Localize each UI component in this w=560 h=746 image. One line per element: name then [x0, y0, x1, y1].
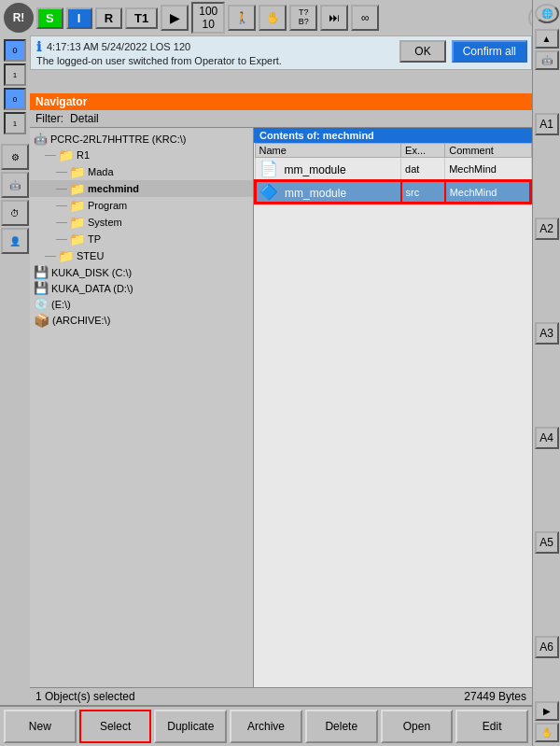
indicator-3: 0 [4, 88, 26, 110]
dash-icon-mechmind: — [56, 182, 67, 195]
contents-header: Contents of: mechmind [254, 128, 532, 143]
indicator-1: 0 [4, 39, 26, 62]
info-timestamp: 4:17:13 AM 5/24/2022 LOS 120 [47, 41, 190, 52]
info-bar: ℹ 4:17:13 AM 5/24/2022 LOS 120 The logge… [30, 35, 532, 70]
folder-icon-steu: 📁 [58, 248, 74, 263]
globe-side-icon[interactable]: 🌐 [535, 4, 559, 23]
folder-icon-mada: 📁 [69, 164, 85, 179]
delete-button[interactable]: Delete [305, 710, 378, 743]
tree-item-pcrc[interactable]: 🤖 PCRC-2RL7HHTTRE (KRC:\) [30, 132, 253, 147]
tree-item-system[interactable]: — 📁 System [30, 214, 253, 231]
btn-i[interactable]: I [66, 7, 92, 29]
sidebar-scroll-up[interactable]: ▲ [535, 29, 559, 49]
sidebar-robot-btn[interactable]: 🤖 [535, 50, 559, 70]
file-icon-dat: 📄 [259, 161, 278, 176]
folder-icon-r1: 📁 [58, 148, 74, 162]
walk-icon[interactable]: 🚶 [228, 5, 256, 31]
dash-icon-program: — [56, 199, 67, 212]
skip-icon[interactable]: ⏭ [320, 5, 348, 31]
ok-button[interactable]: OK [399, 40, 445, 63]
size-status: 27449 Bytes [464, 690, 526, 703]
dash-icon-steu: — [45, 249, 56, 262]
tree-item-archive[interactable]: 📦 (ARCHIVE:\) [30, 312, 253, 329]
tb-icon[interactable]: T?B? [289, 5, 317, 31]
col-comment: Comment [445, 144, 531, 158]
col-name: Name [255, 144, 401, 158]
folder-icon-tp: 📁 [69, 232, 85, 246]
contents-panel: Contents of: mechmind Name Ex... Comment… [254, 128, 532, 689]
left-panel: 0 1 0 1 ⚙ 🤖 ⏱ 👤 [0, 35, 30, 689]
btn-r[interactable]: R [95, 7, 122, 29]
robot-icon: R! [4, 3, 34, 33]
bottom-toolbar: New Select Duplicate Archive Delete Open… [0, 705, 532, 746]
sidebar-a4[interactable]: A4 [535, 427, 559, 449]
file-icon-src: 🔷 [259, 184, 278, 200]
duplicate-button[interactable]: Duplicate [154, 710, 227, 743]
sidebar-hand-bottom[interactable]: ✋ [535, 723, 559, 742]
sidebar-arrow-right[interactable]: ▶ [535, 701, 559, 721]
indicator-4: 1 [4, 112, 26, 134]
table-row-selected[interactable]: 🔷 mm_module src MechMind [255, 180, 531, 204]
navigator-header: Navigator [30, 93, 532, 110]
tree-item-e[interactable]: 💿 (E:\) [30, 296, 253, 312]
tree-item-kuka-disk[interactable]: 💾 KUKA_DISK (C:\) [30, 264, 253, 280]
indicator-2: 1 [4, 63, 26, 86]
left-icon-2[interactable]: 🤖 [1, 172, 29, 198]
navigator: Navigator Filter: Detail 🤖 PCRC-2RL7HHTT… [30, 93, 532, 704]
status-bar: 1 Object(s) selected 27449 Bytes [30, 687, 532, 705]
new-button[interactable]: New [4, 710, 77, 743]
info-icon: ℹ [36, 39, 41, 54]
folder-icon-system: 📁 [69, 215, 85, 230]
tree-item-steu[interactable]: — 📁 STEU [30, 247, 253, 264]
tree-item-mechmind[interactable]: — 📁 mechmind [30, 180, 253, 197]
btn-t1[interactable]: T1 [125, 7, 158, 29]
edit-button[interactable]: Edit [455, 710, 528, 743]
sidebar-a2[interactable]: A2 [535, 218, 559, 240]
sidebar-a5[interactable]: A5 [535, 531, 559, 554]
dash-icon-r1: — [45, 148, 56, 162]
navigator-filter: Filter: Detail [30, 110, 532, 128]
robot-tree-icon: 🤖 [34, 133, 48, 146]
left-icon-1[interactable]: ⚙ [1, 144, 29, 170]
sidebar-a1[interactable]: A1 [535, 113, 559, 135]
top-bar: R! S I R T1 ▶ 100 10 🚶 ✋ T?B? ⏭ ∞ 🌐 [0, 0, 560, 35]
right-sidebar: 🌐 ▲ 🤖 A1 A2 A3 A4 A5 A6 ▶ ✋ [532, 0, 560, 746]
open-button[interactable]: Open [381, 710, 454, 743]
inf-icon[interactable]: ∞ [351, 5, 379, 31]
speed-display: 100 10 [191, 2, 225, 34]
folder-icon-program: 📁 [69, 198, 85, 213]
tree-item-r1[interactable]: — 📁 R1 [30, 147, 253, 163]
left-icon-4[interactable]: 👤 [1, 228, 29, 254]
disc-icon-e: 💿 [34, 297, 49, 311]
archive-icon: 📦 [34, 313, 49, 328]
dash-icon-tp: — [56, 232, 67, 246]
table-row[interactable]: 📄 mm_module dat MechMind [255, 158, 531, 181]
select-button[interactable]: Select [79, 710, 152, 743]
dash-icon-system: — [56, 216, 67, 229]
col-ext: Ex... [401, 144, 445, 158]
tree-item-mada[interactable]: — 📁 Mada [30, 163, 253, 180]
btn-s[interactable]: S [36, 7, 63, 29]
hand-icon[interactable]: ✋ [259, 5, 287, 31]
drive-icon-c: 💾 [34, 265, 49, 279]
tree-panel: 🤖 PCRC-2RL7HHTTRE (KRC:\) — 📁 R1 — 📁 Mad… [30, 128, 254, 689]
left-icon-3[interactable]: ⏱ [1, 200, 29, 226]
sidebar-a3[interactable]: A3 [535, 322, 559, 345]
confirm-all-button[interactable]: Confirm all [452, 40, 527, 63]
selection-status: 1 Object(s) selected [35, 690, 135, 703]
sidebar-a6[interactable]: A6 [535, 636, 559, 658]
navigator-body: 🤖 PCRC-2RL7HHTTRE (KRC:\) — 📁 R1 — 📁 Mad… [30, 128, 532, 689]
tree-item-tp[interactable]: — 📁 TP [30, 231, 253, 247]
drive-icon-d: 💾 [34, 281, 49, 295]
contents-table: Name Ex... Comment 📄 mm_module dat MechM… [254, 143, 532, 204]
tree-item-program[interactable]: — 📁 Program [30, 197, 253, 214]
tree-item-kuka-data[interactable]: 💾 KUKA_DATA (D:\) [30, 280, 253, 296]
run-icon[interactable]: ▶ [161, 5, 189, 31]
dash-icon-mada: — [56, 165, 67, 178]
folder-icon-mechmind: 📁 [69, 181, 85, 196]
archive-button[interactable]: Archive [230, 710, 302, 743]
